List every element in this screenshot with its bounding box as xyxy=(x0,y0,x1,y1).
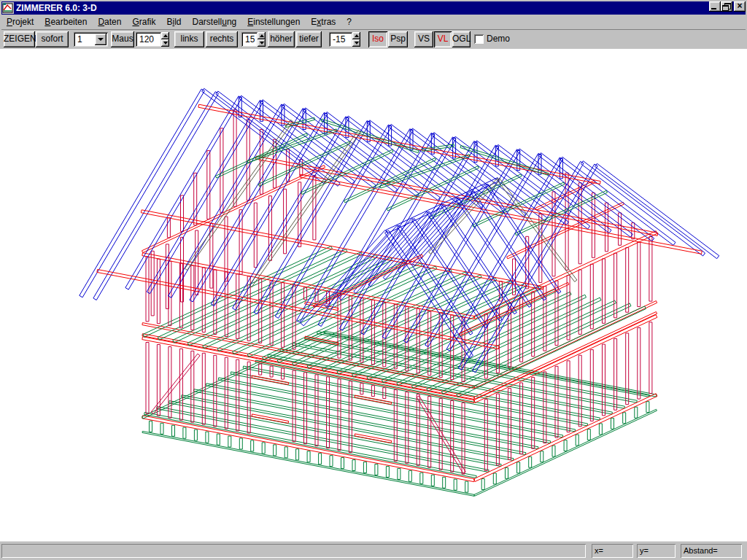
chevron-down-icon xyxy=(98,38,104,41)
arrow-up-icon xyxy=(163,34,168,37)
arrow-up-icon xyxy=(355,34,359,37)
elevation-spin-up-button[interactable] xyxy=(352,32,360,39)
restore-button[interactable] xyxy=(721,1,732,12)
ogl-button[interactable]: OGL xyxy=(452,31,471,47)
minimize-icon xyxy=(711,8,716,9)
menu-item-?[interactable]: ? xyxy=(342,15,356,28)
drawing-area[interactable] xyxy=(0,49,747,541)
arrow-down-icon xyxy=(260,42,264,44)
maus-button[interactable]: Maus xyxy=(111,31,134,47)
demo-checkbox-label: Demo xyxy=(487,34,510,44)
window-title: ZIMMERER 6.0: 3-D xyxy=(16,3,97,13)
demo-checkbox[interactable] xyxy=(474,34,484,44)
arrow-up-icon xyxy=(260,34,264,37)
step-spinner-value[interactable]: 15 xyxy=(245,34,255,44)
step-spin-up-button[interactable] xyxy=(258,32,266,39)
arrow-down-icon xyxy=(355,42,359,44)
arrow-down-icon xyxy=(163,42,168,44)
hoeher-button[interactable]: höher xyxy=(268,31,295,47)
status-message-panel xyxy=(1,544,586,558)
step-spinner[interactable]: 15 xyxy=(241,32,266,47)
vl-button[interactable]: VL xyxy=(434,31,452,47)
menu-item-projekt[interactable]: Projekt xyxy=(2,15,38,28)
status-x-panel: x= xyxy=(592,544,633,558)
status-y-panel: y= xyxy=(637,544,676,558)
elevation-spinner[interactable]: -15 xyxy=(329,32,360,47)
elevation-spin-down-button[interactable] xyxy=(352,39,360,47)
menu-item-bearbeiten[interactable]: Bearbeiten xyxy=(40,15,91,28)
menu-item-extras[interactable]: Extras xyxy=(306,15,340,28)
elevation-spinner-value[interactable]: -15 xyxy=(333,34,345,44)
menu-item-darstellung[interactable]: Darstellung xyxy=(188,15,241,28)
title-bar: ZIMMERER 6.0: 3-D xyxy=(1,1,746,15)
rotation-spin-down-button[interactable] xyxy=(161,39,169,47)
menu-item-grafik[interactable]: Grafik xyxy=(128,15,160,28)
step-spin-down-button[interactable] xyxy=(258,39,266,47)
links-button[interactable]: links xyxy=(174,31,204,47)
minimize-button[interactable] xyxy=(709,1,721,12)
vs-button[interactable]: VS xyxy=(414,31,433,47)
toolbar: ZEIGEN sofort 1 Maus 120 links rechts 15… xyxy=(1,30,746,50)
sofort-button[interactable]: sofort xyxy=(36,31,69,47)
menu-bar: ProjektBearbeitenDatenGrafikBildDarstell… xyxy=(1,15,746,30)
view-select-dropdown-button[interactable] xyxy=(95,34,107,45)
close-icon: × xyxy=(734,1,746,12)
menu-item-bild[interactable]: Bild xyxy=(162,15,185,28)
application-window: { "window": { "title": "ZIMMERER 6.0: 3-… xyxy=(0,0,747,560)
rotation-spinner[interactable]: 120 xyxy=(136,32,169,47)
view-select-value: 1 xyxy=(77,34,82,44)
menu-item-einstellungen[interactable]: Einstellungen xyxy=(243,15,304,28)
rotation-spinner-value[interactable]: 120 xyxy=(139,34,154,44)
iso-view-button[interactable]: Iso xyxy=(368,31,387,47)
tiefer-button[interactable]: tiefer xyxy=(296,31,322,47)
psp-view-button[interactable]: Psp xyxy=(388,31,408,47)
view-select[interactable]: 1 xyxy=(74,32,108,47)
app-icon[interactable] xyxy=(2,2,14,14)
rotation-spin-up-button[interactable] xyxy=(161,32,169,39)
menu-item-daten[interactable]: Daten xyxy=(93,15,125,28)
status-bar: x= y= Abstand= xyxy=(0,541,747,560)
rechts-button[interactable]: rechts xyxy=(206,31,238,47)
wireframe-drawing xyxy=(0,49,747,541)
zeigen-button[interactable]: ZEIGEN xyxy=(4,31,35,47)
status-abstand-panel: Abstand= xyxy=(681,544,742,558)
window-controls: × xyxy=(709,1,746,12)
close-button[interactable]: × xyxy=(734,1,746,12)
